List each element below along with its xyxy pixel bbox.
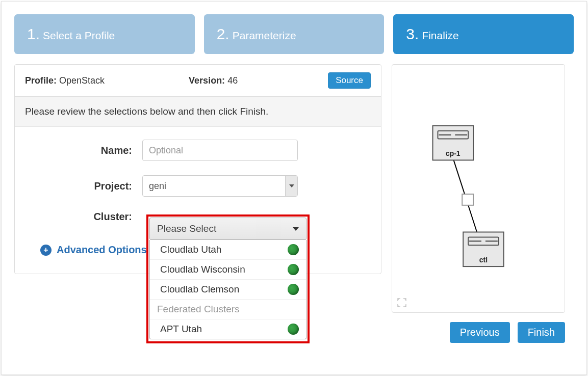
name-label: Name:	[25, 145, 142, 156]
step-label: Finalize	[422, 30, 458, 42]
status-dot-icon	[288, 244, 299, 255]
svg-text:ctl: ctl	[479, 256, 488, 264]
cluster-option-cloudlab-utah[interactable]: Cloudlab Utah	[150, 240, 306, 260]
cluster-option-list: Cloudlab Utah Cloudlab Wisconsin Cloudla…	[149, 240, 306, 339]
footer-buttons: Previous Finish	[392, 322, 565, 343]
cluster-select-header[interactable]: Please Select	[149, 218, 306, 240]
cluster-group-federated: Federated Clusters	[150, 300, 306, 319]
previous-button[interactable]: Previous	[450, 322, 510, 343]
step-label: Select a Profile	[43, 30, 115, 42]
status-dot-icon	[288, 284, 299, 295]
project-label: Project:	[25, 180, 142, 192]
finalize-panel: Profile: OpenStack Version: 46 Source Pl…	[14, 64, 381, 274]
cluster-option-cloudlab-clemson[interactable]: Cloudlab Clemson	[150, 280, 306, 300]
version-info: Version: 46	[189, 75, 238, 86]
plus-icon: +	[40, 245, 52, 256]
topology-midpoint	[462, 194, 473, 205]
project-row: Project: geni	[25, 175, 371, 197]
project-select[interactable]: geni	[142, 175, 298, 197]
finish-button[interactable]: Finish	[518, 322, 565, 343]
form-area: Name: Project: geni	[15, 127, 381, 274]
chevron-down-icon	[285, 176, 297, 196]
cluster-option-cloudlab-wisconsin[interactable]: Cloudlab Wisconsin	[150, 260, 306, 280]
name-row: Name:	[25, 140, 371, 161]
step-label: Parameterize	[233, 30, 296, 42]
cluster-dropdown-open: Please Select Cloudlab Utah Cloudlab Wis…	[146, 214, 310, 343]
step-finalize[interactable]: 3. Finalize	[393, 14, 574, 54]
step-parameterize[interactable]: 2. Parameterize	[204, 14, 385, 54]
topology-svg: cp-1 ctl	[392, 65, 565, 312]
name-input[interactable]	[142, 140, 298, 161]
review-instructions: Please review the selections below and t…	[15, 97, 381, 127]
project-value: geni	[149, 181, 166, 192]
advanced-options-link[interactable]: Advanced Options	[57, 244, 147, 256]
step-select-profile[interactable]: 1. Select a Profile	[14, 14, 195, 54]
status-dot-icon	[288, 324, 299, 335]
step-tabs: 1. Select a Profile 2. Parameterize 3. F…	[14, 14, 574, 54]
status-dot-icon	[288, 264, 299, 275]
caret-down-icon	[293, 227, 299, 231]
cluster-label: Cluster:	[25, 211, 142, 223]
source-button[interactable]: Source	[328, 72, 371, 89]
cluster-selected-value: Please Select	[157, 223, 216, 234]
topology-node-ctl[interactable]: ctl	[463, 232, 504, 266]
left-column: Profile: OpenStack Version: 46 Source Pl…	[14, 64, 381, 274]
svg-text:cp-1: cp-1	[446, 149, 461, 157]
topology-panel: cp-1 ctl	[392, 64, 565, 313]
topology-node-cp1[interactable]: cp-1	[433, 126, 474, 160]
content-row: Profile: OpenStack Version: 46 Source Pl…	[14, 64, 574, 343]
right-column: cp-1 ctl	[392, 64, 565, 343]
cluster-option-apt-utah[interactable]: APT Utah	[150, 319, 306, 339]
expand-icon[interactable]	[397, 298, 406, 307]
page-container: 1. Select a Profile 2. Parameterize 3. F…	[1, 1, 587, 375]
profile-info: Profile: OpenStack	[25, 75, 105, 86]
panel-header: Profile: OpenStack Version: 46 Source	[15, 65, 381, 97]
